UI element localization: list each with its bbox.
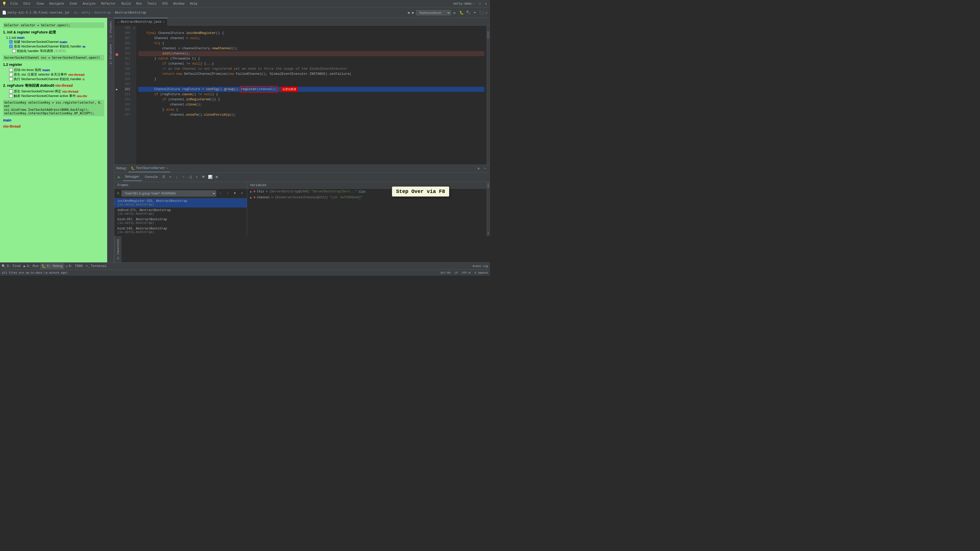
var-this-view[interactable]: View xyxy=(359,190,365,193)
checkbox-2a[interactable] xyxy=(9,89,13,93)
menu-code[interactable]: Code xyxy=(67,1,80,6)
menu-refactor[interactable]: Refactor xyxy=(99,1,118,6)
frames-icon[interactable]: ☰ xyxy=(161,174,166,180)
thread-filter[interactable]: ▼ xyxy=(232,191,238,196)
editor-area: ☕ AbstractBootstrap.java ✕ xyxy=(115,18,490,262)
menu-vcs[interactable]: VCS xyxy=(160,1,170,6)
tab-close-button[interactable]: ✕ xyxy=(163,21,164,24)
bottom-tab-terminal[interactable]: >_ Terminal xyxy=(84,263,108,269)
pause-icon[interactable]: ⏸ xyxy=(116,191,120,196)
ln-323: 323 xyxy=(121,92,130,97)
sidebar-structure[interactable]: 2: Structure xyxy=(108,42,113,66)
bottom-tab-run[interactable]: ▶ 4: Run xyxy=(22,263,40,269)
vars-scrollbar[interactable]: + xyxy=(487,182,490,236)
add-watch-button[interactable]: + xyxy=(487,232,489,235)
restore-layout-button[interactable]: ⊞ xyxy=(214,174,220,180)
menu-build[interactable]: Build xyxy=(119,1,133,6)
menu-run[interactable]: Run xyxy=(134,1,145,6)
console-tab[interactable]: Console xyxy=(143,173,160,181)
ln-320: 320 xyxy=(121,76,130,82)
run-button[interactable]: ▶ xyxy=(452,10,458,16)
frame-item-4[interactable]: main:21, TestSourceServer (cn.itcast.sou… xyxy=(115,235,247,236)
path-pkg2: netty xyxy=(81,11,91,14)
ln-306: 306 xyxy=(121,30,130,36)
run-to-cursor-button[interactable]: →| xyxy=(187,174,193,180)
encoding: UTF-8 xyxy=(462,271,470,274)
nio-thread-label: nio-thread xyxy=(3,124,104,128)
frame-item-2[interactable]: bind:267, AbstractBootstrap (io.netty.bo… xyxy=(115,217,247,226)
frame-method-2: bind:267, AbstractBootstrap xyxy=(118,218,244,221)
step-over-button[interactable]: ↷ xyxy=(167,174,173,180)
menu-edit[interactable]: Edit xyxy=(21,1,33,6)
sidebar-favorites[interactable]: 2: Favorites xyxy=(116,237,121,261)
bottom-tab-todo-label: 6: TODO xyxy=(69,264,83,268)
bottom-tab-debug[interactable]: 🐛 5: Debug xyxy=(40,263,64,269)
run-config-selector[interactable]: TestSourceServer xyxy=(416,10,451,15)
tab-abstractbootstrap[interactable]: ☕ AbstractBootstrap.java ✕ xyxy=(115,18,168,25)
resume-button[interactable]: ▶ xyxy=(116,174,122,180)
settings-icon[interactable]: ⚙ xyxy=(476,166,481,171)
debugger-tab[interactable]: Debugger xyxy=(123,173,142,181)
step-into-button[interactable]: ↓ xyxy=(174,174,180,180)
frame-item-1[interactable]: doBind:271, AbstractBootstrap (io.netty.… xyxy=(115,207,247,217)
maximize-button[interactable]: □ xyxy=(478,2,482,6)
debug-button[interactable]: 🐛 xyxy=(458,10,464,16)
back-arrow[interactable]: ◀ xyxy=(406,10,410,15)
minimize-panel-icon[interactable]: — xyxy=(482,166,488,171)
evaluate-button[interactable]: ⚡ xyxy=(194,174,200,180)
var-this-expand[interactable]: ▶ xyxy=(250,190,252,194)
thread-nav-up[interactable]: ↑ xyxy=(218,191,223,196)
ln-308: 308 xyxy=(121,41,130,46)
var-this-type: {ServerBootstrap@1496} xyxy=(269,190,309,193)
watches-button[interactable]: 👁 xyxy=(200,174,206,180)
breakpoint-310[interactable] xyxy=(115,53,118,56)
frame-class-3: (io.netty.bootstrap) xyxy=(118,231,244,234)
menu-view[interactable]: View xyxy=(34,1,46,6)
bottom-tab-find[interactable]: 🔍 3: Find xyxy=(0,263,22,269)
checkbox-1-2b[interactable] xyxy=(9,73,13,76)
debug-tab-close[interactable]: ✕ xyxy=(166,167,168,170)
memory-button[interactable]: 📊 xyxy=(207,174,213,180)
menu-file[interactable]: File xyxy=(8,1,21,6)
status-files: All files are up-to-date (a minute ago) xyxy=(2,271,68,274)
build-button[interactable]: 🔨 xyxy=(465,10,471,16)
menu-tools[interactable]: Tools xyxy=(145,1,159,6)
checkbox-1-1c[interactable] xyxy=(12,49,16,53)
menu-window[interactable]: Window xyxy=(171,1,187,6)
menu-help[interactable]: Help xyxy=(187,1,200,6)
checkbox-1-1b[interactable]: ✓ xyxy=(9,45,13,48)
ln-305: 305 xyxy=(121,25,130,30)
checkbox-1-2a[interactable] xyxy=(9,68,13,72)
step-out-button[interactable]: ↑ xyxy=(181,174,186,180)
fold-306[interactable]: ▼ xyxy=(132,25,136,30)
checkbox-2b[interactable] xyxy=(9,94,13,98)
thread-add[interactable]: + xyxy=(239,191,245,196)
frame-item-3[interactable]: bind:245, AbstractBootstrap (io.netty.bo… xyxy=(115,226,247,235)
close-button[interactable]: ✕ xyxy=(484,2,488,6)
frame-item-0[interactable]: initAndRegister:322, AbstractBootstrap (… xyxy=(115,198,247,207)
menu-navigate[interactable]: Navigate xyxy=(47,1,67,6)
var-channel-expand[interactable]: ▶ xyxy=(250,196,252,199)
checkbox-1-2c[interactable] xyxy=(9,77,13,81)
bottom-tab-todo[interactable]: ☑ 6: TODO xyxy=(64,263,84,269)
sidebar-project[interactable]: 1: Project xyxy=(108,19,113,40)
step-1-1c: 初始化 handler 等待调用 (未调用) xyxy=(12,49,104,53)
menu-analyze[interactable]: Analyze xyxy=(80,1,98,6)
path-sep-2: › xyxy=(78,11,80,14)
thread-dropdown[interactable]: *main*@1 in group *main*: RUNNING xyxy=(121,190,216,196)
ln-312: 312 xyxy=(121,61,130,66)
left-sidebar: 1: Project 2: Structure xyxy=(107,18,115,262)
event-log[interactable]: Event Log xyxy=(471,264,490,268)
checkbox-1-1a[interactable]: ✓ xyxy=(9,40,13,44)
thread-selector-row: ⏸ *main*@1 in group *main*: RUNNING ↑ ↓ … xyxy=(115,189,247,198)
forward-arrow[interactable]: ▶ xyxy=(411,10,415,15)
editor-scrollbar[interactable] xyxy=(487,25,490,165)
bottom-tab-run-label: 4: Run xyxy=(27,264,38,268)
variables-panel: Variables ▶ ■ this = {ServerBootstrap@14… xyxy=(247,182,487,236)
coverage-button[interactable]: ☂ xyxy=(472,10,477,16)
ssc-line: ServerSocketChannel ssc = ServerSocketCh… xyxy=(3,55,104,61)
stop-button[interactable]: ⬛ xyxy=(479,10,484,16)
debug-tab-main[interactable]: 🐛 TestSourceServer ✕ xyxy=(128,165,170,172)
thread-nav-down[interactable]: ↓ xyxy=(225,191,231,196)
minimize-button[interactable]: — xyxy=(472,2,476,6)
